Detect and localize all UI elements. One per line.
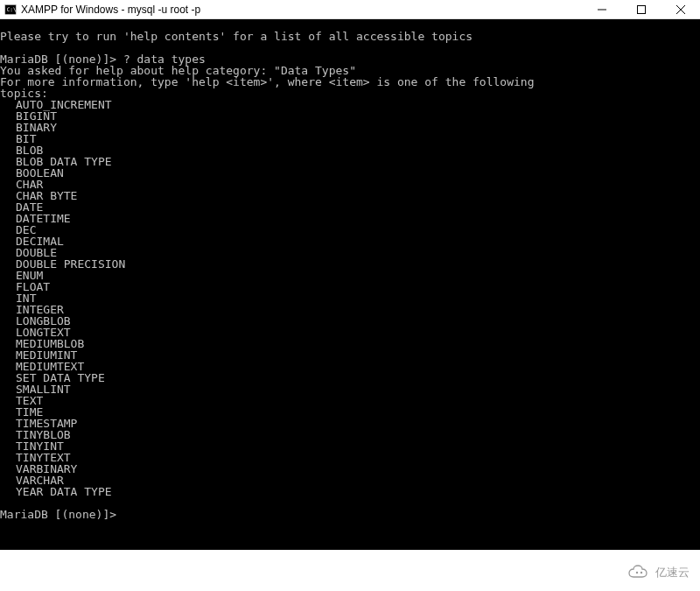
- window-title: XAMPP for Windows - mysql -u root -p: [21, 4, 582, 16]
- svg-text:C:\: C:\: [7, 5, 17, 11]
- maximize-button[interactable]: [621, 0, 661, 19]
- bottom-margin: [0, 550, 700, 591]
- watermark: 亿速云: [627, 565, 690, 580]
- watermark-text: 亿速云: [655, 565, 690, 580]
- window-controls: [582, 0, 700, 18]
- more-info-line: For more information, type 'help <item>'…: [0, 75, 534, 88]
- prompt-line-2: MariaDB [(none)]>: [0, 508, 123, 521]
- window-titlebar: C:\ XAMPP for Windows - mysql -u root -p: [0, 0, 700, 19]
- svg-rect-3: [637, 6, 645, 14]
- svg-point-7: [640, 572, 642, 573]
- cloud-icon: [627, 565, 652, 580]
- minimize-button[interactable]: [582, 0, 621, 19]
- type-item: YEAR DATA TYPE: [16, 486, 112, 497]
- close-button[interactable]: [661, 0, 700, 19]
- cmd-icon: C:\: [4, 3, 18, 17]
- hint-line: Please try to run 'help contents' for a …: [0, 30, 472, 43]
- svg-point-6: [636, 572, 638, 573]
- terminal-output[interactable]: Please try to run 'help contents' for a …: [0, 19, 700, 550]
